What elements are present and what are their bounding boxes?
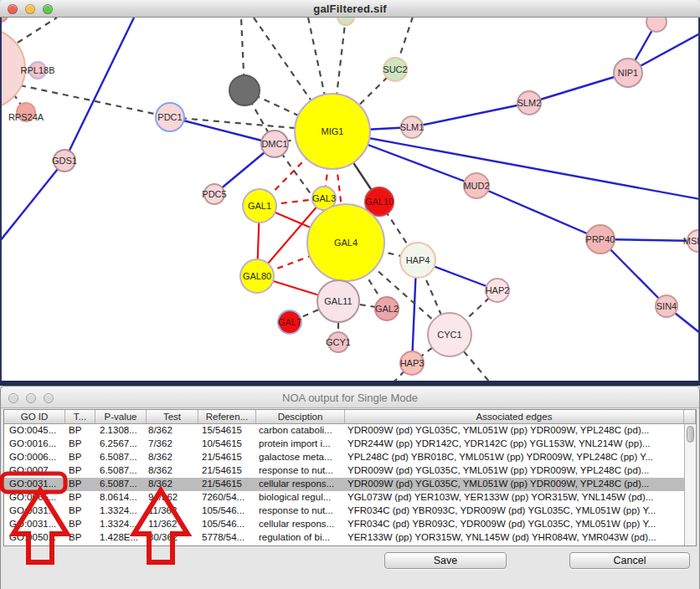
node-label-PRP40: PRP40 — [586, 234, 615, 244]
node-label-GAL80: GAL80 — [243, 271, 271, 281]
table-cell-associated-edges: YFR034C (pd) YBR093C, YDR009W (pd) YGL03… — [345, 504, 684, 518]
table-cell-reference: 21/54615 — [198, 451, 256, 464]
cancel-button[interactable]: Cancel — [569, 552, 690, 569]
table-row[interactable]: GO:0016...BP6.2567...7/36210/54615protei… — [4, 438, 696, 451]
table-cell-p-value: 6.5087... — [95, 478, 147, 491]
table-cell-go-id: GO:0007... — [4, 464, 65, 478]
table-row[interactable]: GO:0031...BP6.5087...8/36221/54615cellul… — [4, 478, 696, 491]
table-cell-go-id: GO:0065... — [4, 491, 65, 504]
column-header-type[interactable]: T... — [65, 410, 95, 423]
network-canvas[interactable]: RPL18BRPS24AGDS1PDC1DMC1MIG1SUC2SLM1SLM2… — [0, 18, 700, 381]
table-cell-associated-edges: YDR009W (pd) YGL035C, YML051W (pp) YDR00… — [345, 478, 684, 491]
vertical-scrollbar[interactable] — [684, 424, 696, 545]
table-cell-type: BP — [65, 464, 95, 478]
column-header-test[interactable]: Test — [147, 410, 198, 423]
node-label-PDC1: PDC1 — [157, 112, 182, 122]
table-cell-associated-edges: YFR034C (pd) YBR093C, YDR009W (pd) YGL03… — [345, 518, 684, 531]
table-cell-description: response to nut... — [256, 504, 345, 518]
scrollbar-thumb[interactable] — [687, 426, 694, 443]
node-label-RPS24A: RPS24A — [8, 112, 44, 122]
table-cell-description: cellular respons... — [256, 478, 345, 491]
network-node-gray-node[interactable] — [229, 75, 260, 105]
node-label-GAL1: GAL1 — [248, 201, 271, 211]
node-label-GAL7: GAL7 — [278, 317, 301, 327]
node-label-GDS1: GDS1 — [52, 156, 77, 166]
network-edge[interactable] — [2, 161, 64, 241]
table-cell-p-value: 6.2567... — [95, 438, 147, 451]
table-cell-reference: 10/54615 — [198, 438, 256, 451]
column-header-go-id[interactable]: GO ID — [4, 410, 65, 423]
column-header-description[interactable]: Desciption — [256, 410, 345, 423]
table-row[interactable]: GO:0031...BP1.3324...11/362105/546...res… — [4, 504, 696, 518]
table-cell-reference: 105/546... — [198, 504, 256, 518]
noa-titlebar[interactable]: NOA output for Single Mode — [1, 387, 699, 408]
table-cell-type: BP — [65, 424, 95, 438]
network-window: galFiltered.sif RPL18BRPS24AGDS1PDC1DMC1… — [0, 0, 700, 386]
table-cell-type: BP — [65, 531, 95, 545]
table-cell-description: galactose meta... — [256, 451, 345, 464]
table-cell-type: BP — [65, 504, 95, 518]
node-label-GAL4: GAL4 — [334, 238, 358, 248]
network-titlebar[interactable]: galFiltered.sif — [0, 0, 700, 18]
table-cell-description: response to nut... — [256, 464, 345, 478]
table-cell-type: BP — [65, 438, 95, 451]
table-cell-type: BP — [65, 518, 95, 531]
network-edge[interactable] — [412, 266, 416, 363]
column-header-reference[interactable]: Referen... — [198, 410, 256, 423]
table-body: GO:0045...BP2.1308...8/36215/54615carbon… — [4, 424, 696, 545]
table-cell-test: 11/362 — [147, 504, 198, 518]
save-button[interactable]: Save — [384, 552, 507, 569]
node-label-HAP3: HAP3 — [400, 358, 425, 368]
table-cell-test: 7/362 — [147, 438, 198, 451]
table-cell-type: BP — [65, 478, 95, 491]
table-row[interactable]: GO:0031...BP1.3324...11/362105/546...cel… — [4, 518, 696, 531]
node-label-MSN: MSN — [683, 236, 698, 246]
table-row[interactable]: GO:0007...BP6.5087...8/36221/54615respon… — [4, 464, 696, 478]
table-cell-description: biological regul... — [256, 491, 345, 504]
network-edge[interactable] — [64, 18, 134, 161]
table-cell-description: carbon cataboli... — [256, 424, 345, 438]
node-label-SLM2: SLM2 — [517, 98, 542, 108]
table-cell-go-id: GO:0031... — [4, 518, 65, 531]
network-edge[interactable] — [529, 73, 628, 103]
table-cell-reference: 15/54615 — [198, 424, 256, 438]
table-cell-test: 94/362 — [147, 491, 198, 504]
table-cell-reference: 5778/54... — [198, 531, 256, 545]
node-label-SLM1: SLM1 — [400, 122, 425, 132]
table-cell-test: 8/362 — [147, 424, 198, 438]
column-header-p-value[interactable]: P-value — [95, 410, 147, 423]
table-cell-p-value: 1.3324... — [95, 518, 147, 531]
table-cell-description: regulation of bi... — [256, 531, 345, 545]
table-row[interactable]: GO:0045...BP2.1308...8/36215/54615carbon… — [4, 424, 696, 438]
table-cell-associated-edges: YDR009W (pd) YGL035C, YML051W (pp) YDR00… — [345, 424, 684, 438]
table-header: GO IDT...P-valueTestReferen...Desciption… — [4, 410, 696, 424]
table-cell-type: BP — [65, 451, 95, 464]
network-edge[interactable] — [170, 117, 275, 144]
table-cell-associated-edges: YGL073W (pd) YER103W, YER133W (pp) YOR31… — [345, 491, 684, 504]
table-cell-reference: 21/54615 — [198, 478, 256, 491]
network-node-green-top[interactable] — [337, 18, 354, 25]
table-cell-test: 80/362 — [147, 531, 198, 545]
noa-window-title: NOA output for Single Mode — [1, 392, 699, 404]
table-row[interactable]: GO:0006...BP6.5087...8/36221/54615galact… — [4, 451, 696, 464]
table-cell-test: 11/362 — [147, 518, 198, 531]
network-edge[interactable] — [476, 186, 600, 239]
table-cell-associated-edges: YDR244W (pp) YDR142C, YDR142C (pp) YGL15… — [345, 438, 684, 451]
table-cell-go-id: GO:0031... — [4, 478, 65, 491]
table-cell-go-id: GO:0016... — [4, 438, 65, 451]
column-header-scroll-spacer[interactable] — [684, 410, 696, 423]
node-label-SUC2: SUC2 — [383, 64, 407, 74]
node-label-RPL18B: RPL18B — [21, 65, 55, 75]
table-cell-p-value: 1.3324... — [95, 504, 147, 518]
network-node-pink-top-right[interactable] — [646, 18, 667, 32]
network-edge[interactable] — [412, 103, 529, 127]
table-cell-go-id: GO:0006... — [4, 451, 65, 464]
table-row[interactable]: GO:0065...BP8.0614...94/3627260/54...bio… — [4, 491, 696, 504]
table-cell-p-value: 1.428E... — [95, 531, 147, 545]
node-label-GAL3: GAL3 — [312, 193, 336, 203]
network-node-corner-sliver[interactable] — [2, 18, 8, 22]
table-row[interactable]: GO:0050...BP1.428E...80/3625778/54...reg… — [4, 531, 696, 545]
table-cell-description: protein import i... — [256, 438, 345, 451]
node-label-PDC5: PDC5 — [202, 189, 226, 199]
column-header-associated-edges[interactable]: Associated edges — [345, 410, 684, 423]
